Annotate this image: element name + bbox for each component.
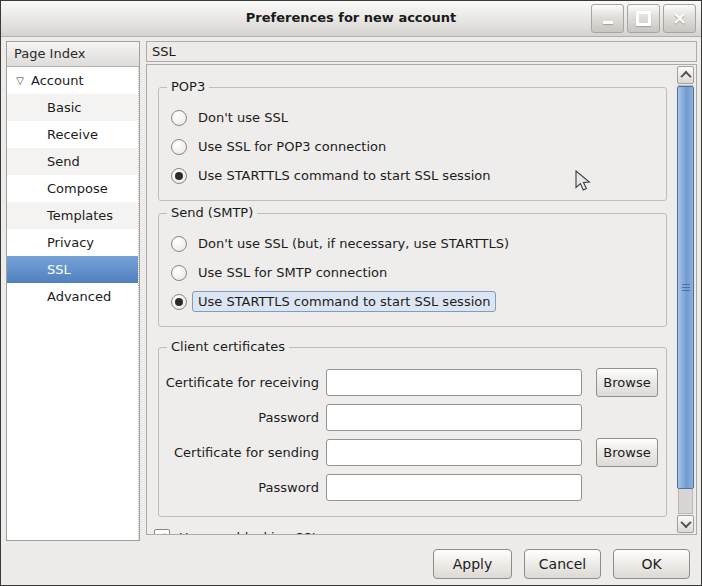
client-certificates-group: Client certificates Certificate for rece… [158, 347, 667, 517]
pop3-group: POP3 Don't use SSL Use SSL for POP3 conn… [158, 87, 667, 201]
non-blocking-ssl-checkbox-row[interactable]: ✓ Use non-blocking SSL [154, 527, 675, 534]
radio-icon [171, 139, 187, 155]
pop3-group-legend: POP3 [167, 79, 209, 94]
certificate-sending-row: Certificate for sending Browse [159, 438, 666, 467]
titlebar[interactable]: Preferences for new account × [1, 1, 701, 37]
scrollbar-thumb[interactable] [677, 86, 694, 489]
sidebar-item-receive[interactable]: Receive [7, 121, 138, 148]
maximize-button[interactable] [627, 4, 660, 33]
vertical-scrollbar[interactable] [676, 66, 695, 533]
certificate-receiving-row: Certificate for receiving Browse [159, 368, 666, 397]
sidebar-item-compose[interactable]: Compose [7, 175, 138, 202]
password-receiving-row: Password [159, 403, 666, 432]
certificate-receiving-input[interactable] [326, 369, 582, 396]
sidebar-item-privacy[interactable]: Privacy [7, 229, 138, 256]
client-certificates-legend: Client certificates [167, 339, 289, 354]
close-button[interactable]: × [663, 4, 696, 33]
sidebar-item-basic[interactable]: Basic [7, 94, 138, 121]
settings-scroll-area: POP3 Don't use SSL Use SSL for POP3 conn… [146, 64, 697, 535]
password-sending-input[interactable] [326, 474, 582, 501]
minimize-icon [603, 21, 613, 24]
close-icon: × [672, 10, 686, 27]
ok-button[interactable]: OK [613, 549, 690, 579]
password-sending-row: Password [159, 473, 666, 502]
browse-receiving-button[interactable]: Browse [596, 368, 658, 397]
password-receiving-input[interactable] [326, 404, 582, 431]
scroll-down-icon [680, 517, 691, 528]
scroll-up-icon [680, 71, 691, 82]
browse-sending-button[interactable]: Browse [596, 438, 658, 467]
maximize-icon [636, 11, 651, 26]
pop3-radio-dont-use-ssl[interactable]: Don't use SSL [159, 103, 666, 132]
pop3-radio-use-ssl[interactable]: Use SSL for POP3 connection [159, 132, 666, 161]
smtp-radio-dont-use-ssl[interactable]: Don't use SSL (but, if necessary, use ST… [159, 229, 666, 258]
apply-button[interactable]: Apply [433, 549, 512, 579]
sidebar-item-advanced[interactable]: Advanced [7, 283, 138, 310]
sidebar-item-templates[interactable]: Templates [7, 202, 138, 229]
sidebar-item-account[interactable]: ▽ Account [7, 67, 138, 94]
settings-content: POP3 Don't use SSL Use SSL for POP3 conn… [147, 65, 675, 534]
page-title: SSL [146, 41, 697, 62]
checkbox-checked-icon: ✓ [154, 529, 170, 534]
scroll-down-button[interactable] [677, 515, 694, 533]
smtp-group-legend: Send (SMTP) [167, 205, 257, 220]
minimize-button[interactable] [591, 4, 624, 33]
certificate-sending-input[interactable] [326, 439, 582, 466]
preferences-dialog: Preferences for new account × Page Index… [0, 0, 702, 586]
radio-icon [171, 236, 187, 252]
window-controls: × [591, 4, 696, 33]
radio-icon [171, 265, 187, 281]
page-index-panel: Page Index ▽ Account Basic Receive Send … [6, 41, 140, 541]
radio-checked-icon [171, 294, 187, 310]
expander-icon[interactable]: ▽ [13, 75, 27, 86]
smtp-radio-starttls[interactable]: Use STARTTLS command to start SSL sessio… [159, 287, 666, 316]
pop3-radio-starttls[interactable]: Use STARTTLS command to start SSL sessio… [159, 161, 666, 190]
radio-checked-icon [171, 168, 187, 184]
cancel-button[interactable]: Cancel [524, 549, 601, 579]
smtp-radio-use-ssl[interactable]: Use SSL for SMTP connection [159, 258, 666, 287]
radio-icon [171, 110, 187, 126]
page-index-header: Page Index [7, 42, 139, 67]
page-index-tree: ▽ Account Basic Receive Send Compose Tem… [7, 67, 139, 540]
smtp-group: Send (SMTP) Don't use SSL (but, if neces… [158, 213, 667, 327]
sidebar-item-ssl[interactable]: SSL [7, 256, 138, 283]
scroll-up-button[interactable] [677, 66, 694, 84]
sidebar-item-send[interactable]: Send [7, 148, 138, 175]
